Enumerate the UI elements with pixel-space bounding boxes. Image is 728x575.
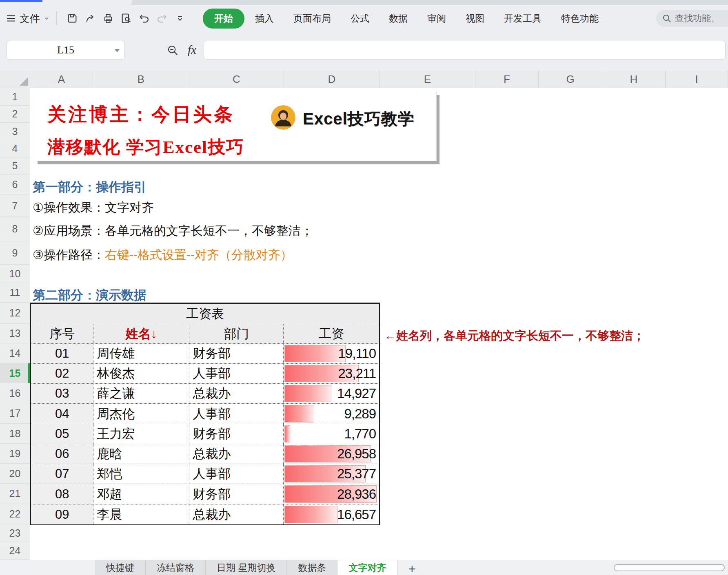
cell-salary[interactable]: 26,958: [284, 444, 379, 464]
table-column-header-2[interactable]: 姓名↓: [93, 324, 189, 343]
row-header-8[interactable]: 8: [0, 217, 30, 241]
row-header-24[interactable]: 24: [0, 542, 30, 560]
select-all-corner[interactable]: [0, 71, 30, 88]
horizontal-scrollbar[interactable]: [614, 564, 725, 571]
cell-dept[interactable]: 财务部: [189, 484, 284, 504]
row-header-5[interactable]: 5: [0, 157, 30, 175]
table-column-header-4[interactable]: 工资: [284, 324, 379, 343]
cell-name[interactable]: 林俊杰: [93, 364, 189, 383]
sheet-canvas[interactable]: 关注博主：今日头条 Excel技巧教学 潜移默化 学习Excel技巧 第一部分：…: [30, 88, 728, 560]
row-header-4[interactable]: 4: [0, 140, 30, 157]
sheet-tab-快捷键[interactable]: 快捷键: [95, 560, 146, 575]
fx-icon[interactable]: fx: [188, 43, 196, 57]
row-header-3[interactable]: 3: [0, 123, 30, 140]
row-header-7[interactable]: 7: [0, 195, 30, 217]
cell-name[interactable]: 李晨: [93, 504, 189, 524]
row-header-20[interactable]: 20: [0, 464, 30, 484]
row-header-19[interactable]: 19: [0, 444, 30, 464]
row-header-9[interactable]: 9: [0, 241, 30, 265]
ribbon-tab-开发工具[interactable]: 开发工具: [495, 9, 550, 29]
cell-name[interactable]: 周杰伦: [93, 404, 189, 424]
column-header-H[interactable]: H: [602, 71, 666, 88]
cell-salary[interactable]: 25,377: [284, 464, 379, 484]
cell-dept[interactable]: 人事部: [189, 404, 284, 424]
add-sheet-button[interactable]: ＋: [397, 560, 426, 575]
name-box-dropdown-icon[interactable]: [115, 49, 120, 52]
sheet-tab-数据条[interactable]: 数据条: [287, 560, 337, 575]
document-tab[interactable]: [0, 0, 132, 5]
cell-dept[interactable]: 人事部: [189, 464, 284, 484]
cell-name[interactable]: 鹿晗: [93, 444, 189, 464]
cell-id[interactable]: 04: [31, 404, 93, 424]
table-column-header-1[interactable]: 序号: [31, 324, 93, 343]
cell-id[interactable]: 09: [31, 504, 93, 524]
row-header-13[interactable]: 13: [0, 324, 30, 343]
row-header-16[interactable]: 16: [0, 383, 30, 403]
print-preview-button[interactable]: [117, 9, 135, 27]
cell-dept[interactable]: 总裁办: [189, 384, 284, 403]
cell-name[interactable]: 邓超: [93, 484, 189, 504]
table-column-header-3[interactable]: 部门: [189, 324, 284, 343]
cell-salary[interactable]: 1,770: [284, 424, 379, 444]
cell-salary[interactable]: 28,936: [284, 484, 379, 504]
cell-salary[interactable]: 19,110: [284, 344, 379, 363]
ribbon-tab-数据[interactable]: 数据: [380, 9, 417, 29]
cell-name[interactable]: 郑恺: [93, 464, 189, 484]
column-header-B[interactable]: B: [93, 71, 189, 88]
cell-salary[interactable]: 9,289: [284, 404, 379, 424]
cell-name[interactable]: 周传雄: [93, 344, 189, 363]
column-header-G[interactable]: G: [539, 71, 602, 88]
row-header-6[interactable]: 6: [0, 175, 30, 195]
row-header-15[interactable]: 15: [0, 363, 30, 383]
row-header-22[interactable]: 22: [0, 504, 30, 524]
ribbon-tab-公式[interactable]: 公式: [342, 9, 378, 29]
column-header-A[interactable]: A: [30, 71, 93, 88]
row-header-12[interactable]: 12: [0, 303, 30, 324]
cell-salary[interactable]: 14,927: [284, 384, 379, 403]
cell-id[interactable]: 07: [31, 464, 93, 484]
column-header-D[interactable]: D: [284, 71, 380, 88]
row-header-14[interactable]: 14: [0, 343, 30, 363]
ribbon-tab-特色功能[interactable]: 特色功能: [552, 9, 608, 29]
cell-id[interactable]: 01: [31, 344, 93, 363]
row-header-17[interactable]: 17: [0, 403, 30, 424]
undo-button[interactable]: [135, 9, 153, 27]
name-box[interactable]: L15: [7, 41, 125, 60]
cell-name[interactable]: 王力宏: [93, 424, 189, 444]
ribbon-tab-视图[interactable]: 视图: [457, 9, 493, 29]
export-button[interactable]: [81, 9, 99, 27]
row-header-10[interactable]: 10: [0, 265, 30, 283]
cell-id[interactable]: 06: [31, 444, 93, 464]
sheet-tab-日期 星期切换[interactable]: 日期 星期切换: [206, 560, 287, 575]
file-menu-button[interactable]: 文件: [6, 12, 50, 25]
ribbon-tab-插入[interactable]: 插入: [246, 9, 283, 29]
row-header-21[interactable]: 21: [0, 484, 30, 504]
more-commands-button[interactable]: [171, 9, 189, 27]
sheet-tab-文字对齐[interactable]: 文字对齐: [337, 560, 397, 575]
cell-dept[interactable]: 总裁办: [189, 444, 284, 464]
cell-dept[interactable]: 财务部: [189, 424, 284, 444]
search-box[interactable]: 查找功能、: [656, 10, 728, 27]
formula-input[interactable]: [204, 41, 726, 60]
row-header-11[interactable]: 11: [0, 283, 30, 303]
zoom-out-icon[interactable]: [166, 44, 179, 56]
cell-id[interactable]: 08: [31, 484, 93, 504]
cell-dept[interactable]: 总裁办: [189, 504, 284, 524]
ribbon-tab-审阅[interactable]: 审阅: [418, 9, 455, 29]
row-header-2[interactable]: 2: [0, 106, 30, 123]
row-header-23[interactable]: 23: [0, 524, 30, 542]
cell-dept[interactable]: 财务部: [189, 344, 284, 363]
column-header-I[interactable]: I: [666, 71, 728, 88]
row-header-18[interactable]: 18: [0, 424, 30, 444]
cell-salary[interactable]: 23,211: [284, 364, 379, 383]
table-title[interactable]: 工资表: [31, 304, 379, 324]
cell-id[interactable]: 03: [31, 384, 93, 403]
ribbon-tab-开始[interactable]: 开始: [203, 9, 244, 29]
cell-id[interactable]: 05: [31, 424, 93, 444]
ribbon-tab-页面布局[interactable]: 页面布局: [284, 9, 340, 29]
sheet-tab-冻结窗格[interactable]: 冻结窗格: [146, 560, 206, 575]
cell-salary[interactable]: 16,657: [284, 504, 379, 524]
cell-dept[interactable]: 人事部: [189, 364, 284, 383]
save-button[interactable]: [63, 9, 81, 27]
redo-button[interactable]: [153, 9, 171, 27]
